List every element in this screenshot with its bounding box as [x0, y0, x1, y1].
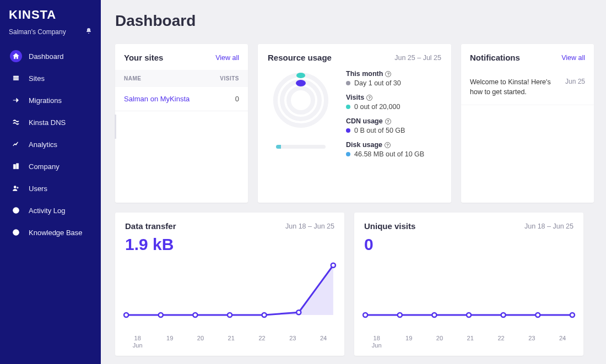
resource-donut: [268, 70, 334, 165]
company-icon: [10, 160, 22, 172]
dot-blue: [346, 152, 350, 156]
sidebar-item-migrations[interactable]: Migrations: [4, 90, 96, 111]
svg-point-13: [228, 313, 232, 317]
sidebar-item-label: Activity Log: [29, 207, 65, 215]
x-tick: 22: [258, 335, 265, 349]
sidebar-item-users[interactable]: Users: [4, 178, 96, 199]
metric-visits-value: 0 out of 20,000: [354, 103, 400, 111]
sidebar-item-knowledge-base[interactable]: Knowledge Base: [4, 222, 96, 243]
svg-point-12: [193, 313, 197, 317]
card-data-transfer: Data transfer Jun 18 – Jun 25 1.9 kB 18J…: [115, 213, 344, 356]
company-name: Salman's Company: [9, 28, 66, 36]
data-transfer-title: Data transfer: [125, 221, 176, 231]
svg-point-18: [398, 313, 402, 317]
metric-disk-label: Disk usage: [346, 141, 382, 149]
sidebar-item-label: Migrations: [29, 96, 62, 105]
x-tick: 21: [228, 335, 235, 349]
svg-point-23: [570, 313, 575, 317]
x-tick: 22: [497, 335, 504, 349]
your-sites-view-all[interactable]: View all: [215, 54, 239, 62]
card-your-sites: Your sites View all NAME VISITS Salman o…: [115, 44, 248, 203]
x-tick: 19: [405, 335, 412, 349]
svg-point-8: [296, 73, 305, 78]
notification-date: Jun 25: [565, 78, 585, 97]
data-transfer-range: Jun 18 – Jun 25: [285, 222, 334, 230]
sidebar-item-label: Users: [29, 184, 47, 193]
your-sites-title: Your sites: [124, 53, 163, 62]
card-resource-usage: Resource usage Jun 25 – Jul 25: [258, 44, 451, 203]
sidebar-item-label: Kinsta DNS: [29, 118, 66, 127]
svg-point-22: [535, 313, 540, 317]
svg-point-20: [467, 313, 471, 317]
metric-this-month-label: This month: [346, 70, 383, 78]
svg-point-17: [363, 313, 367, 317]
x-tick: 24: [559, 335, 566, 349]
site-name[interactable]: Salman on MyKinsta: [124, 95, 190, 103]
resource-metrics: This month? Day 1 out of 30 Visits? 0 ou…: [346, 70, 441, 165]
site-visits: 0: [235, 95, 239, 103]
company-row[interactable]: Salman's Company: [0, 25, 101, 46]
metric-this-month: This month? Day 1 out of 30: [346, 70, 441, 87]
migrations-icon: [10, 94, 22, 106]
x-tick: 18Jun: [133, 335, 143, 349]
metric-cdn-value: 0 B out of 50 GB: [354, 127, 405, 134]
x-tick: 21: [467, 335, 474, 349]
col-visits: VISITS: [220, 75, 239, 82]
data-transfer-xaxis: 18Jun192021222324: [115, 332, 344, 356]
knowledge-icon: [10, 226, 22, 238]
nav: DashboardSitesMigrationsKinsta DNSAnalyt…: [0, 46, 101, 243]
sites-table-head: NAME VISITS: [115, 70, 248, 87]
sidebar-item-activity-log[interactable]: Activity Log: [4, 200, 96, 221]
info-icon[interactable]: ?: [385, 142, 391, 148]
info-icon[interactable]: ?: [385, 71, 391, 77]
analytics-icon: [10, 138, 22, 150]
data-transfer-chart: [118, 254, 341, 323]
sidebar-item-kinsta-dns[interactable]: Kinsta DNS: [4, 112, 96, 133]
x-tick: 19: [166, 335, 173, 349]
x-tick: 24: [320, 335, 327, 349]
metric-visits: Visits? 0 out of 20,000: [346, 94, 441, 111]
metric-this-month-value: Day 1 out of 30: [354, 79, 401, 87]
metric-cdn: CDN usage? 0 B out of 50 GB: [346, 117, 441, 134]
notification-row[interactable]: Welcome to Kinsta! Here's how to get sta…: [461, 70, 594, 105]
main: Dashboard Your sites View all NAME VISIT…: [101, 0, 606, 364]
sidebar-item-label: Company: [29, 162, 59, 171]
notification-text: Welcome to Kinsta! Here's how to get sta…: [470, 78, 560, 97]
unique-visits-title: Unique visits: [364, 221, 415, 231]
card-unique-visits: Unique visits Jun 18 – Jun 25 0 18Jun192…: [354, 213, 583, 356]
unique-visits-chart: [358, 254, 580, 323]
x-tick: 23: [528, 335, 535, 349]
dot-purple: [346, 128, 350, 133]
svg-point-14: [262, 313, 267, 317]
table-row[interactable]: Salman on MyKinsta0: [115, 87, 248, 111]
notifications-title: Notifications: [470, 53, 520, 62]
sidebar-item-label: Dashboard: [29, 52, 64, 61]
svg-point-2: [15, 209, 17, 211]
resource-title: Resource usage: [268, 53, 332, 62]
sidebar-item-analytics[interactable]: Analytics: [4, 134, 96, 155]
sidebar-item-dashboard[interactable]: Dashboard: [4, 46, 96, 67]
sidebar-item-company[interactable]: Company: [4, 156, 96, 177]
card-notifications: Notifications View all Welcome to Kinsta…: [461, 44, 594, 203]
svg-point-11: [159, 313, 163, 317]
notifications-view-all[interactable]: View all: [561, 54, 585, 62]
users-icon: [10, 182, 22, 194]
dot-grey: [346, 81, 350, 85]
unique-visits-xaxis: 18Jun192021222324: [354, 332, 583, 356]
svg-point-21: [501, 313, 506, 317]
unique-visits-value: 0: [354, 234, 583, 254]
sidebar-item-label: Sites: [29, 74, 45, 83]
info-icon[interactable]: ?: [385, 118, 391, 124]
svg-point-7: [289, 88, 313, 112]
sidebar-item-label: Knowledge Base: [29, 229, 83, 237]
info-icon[interactable]: ?: [366, 95, 372, 101]
svg-point-9: [296, 80, 306, 86]
sidebar-item-sites[interactable]: Sites: [4, 68, 96, 89]
bell-icon[interactable]: [85, 28, 92, 36]
logo-row: KINSTA: [0, 6, 101, 25]
x-tick: 20: [436, 335, 443, 349]
svg-point-0: [14, 186, 17, 188]
metric-cdn-label: CDN usage: [346, 117, 383, 125]
svg-point-10: [124, 313, 128, 317]
x-tick: 18Jun: [372, 335, 382, 349]
